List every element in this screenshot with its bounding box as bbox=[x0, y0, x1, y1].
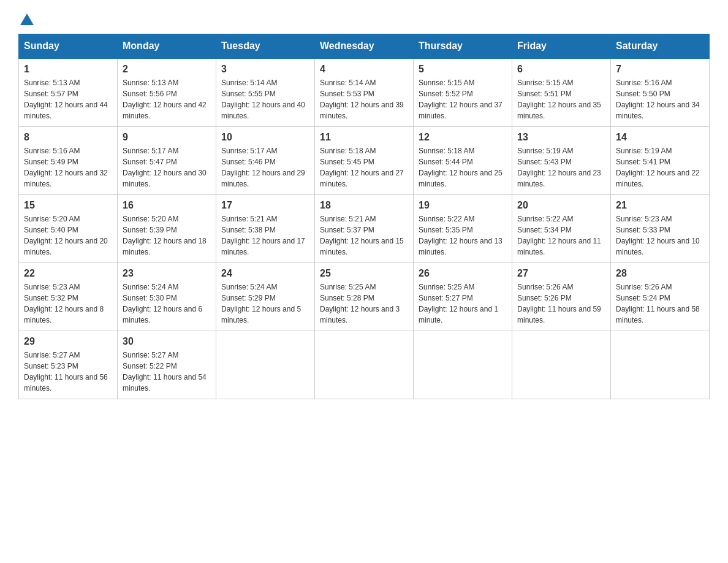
header bbox=[18, 12, 710, 21]
day-number: 25 bbox=[320, 268, 408, 279]
day-info: Sunrise: 5:21 AMSunset: 5:38 PMDaylight:… bbox=[221, 213, 309, 258]
day-info: Sunrise: 5:19 AMSunset: 5:41 PMDaylight:… bbox=[616, 145, 704, 190]
calendar-day-cell bbox=[512, 331, 611, 399]
weekday-header-monday: Monday bbox=[118, 34, 216, 59]
calendar-day-cell: 30Sunrise: 5:27 AMSunset: 5:22 PMDayligh… bbox=[118, 331, 216, 399]
day-info: Sunrise: 5:23 AMSunset: 5:32 PMDaylight:… bbox=[24, 282, 112, 326]
calendar-day-cell: 9Sunrise: 5:17 AMSunset: 5:47 PMDaylight… bbox=[118, 127, 216, 195]
calendar-day-cell: 20Sunrise: 5:22 AMSunset: 5:34 PMDayligh… bbox=[512, 195, 611, 263]
calendar-week-row: 22Sunrise: 5:23 AMSunset: 5:32 PMDayligh… bbox=[19, 263, 710, 331]
calendar-table: SundayMondayTuesdayWednesdayThursdayFrid… bbox=[18, 34, 710, 399]
calendar-day-cell: 29Sunrise: 5:27 AMSunset: 5:23 PMDayligh… bbox=[19, 331, 118, 399]
day-number: 12 bbox=[419, 132, 507, 143]
day-number: 23 bbox=[123, 268, 211, 279]
day-info: Sunrise: 5:14 AMSunset: 5:53 PMDaylight:… bbox=[320, 77, 408, 121]
day-info: Sunrise: 5:17 AMSunset: 5:47 PMDaylight:… bbox=[123, 145, 211, 190]
day-info: Sunrise: 5:27 AMSunset: 5:23 PMDaylight:… bbox=[24, 350, 112, 394]
weekday-header-row: SundayMondayTuesdayWednesdayThursdayFrid… bbox=[19, 34, 710, 59]
calendar-day-cell: 22Sunrise: 5:23 AMSunset: 5:32 PMDayligh… bbox=[19, 263, 118, 331]
calendar-day-cell: 12Sunrise: 5:18 AMSunset: 5:44 PMDayligh… bbox=[414, 127, 512, 195]
day-number: 21 bbox=[616, 200, 704, 211]
weekday-header-wednesday: Wednesday bbox=[315, 34, 414, 59]
day-number: 24 bbox=[221, 268, 309, 279]
calendar-day-cell: 19Sunrise: 5:22 AMSunset: 5:35 PMDayligh… bbox=[414, 195, 512, 263]
day-number: 10 bbox=[221, 132, 309, 143]
calendar-day-cell: 14Sunrise: 5:19 AMSunset: 5:41 PMDayligh… bbox=[611, 127, 710, 195]
day-number: 27 bbox=[517, 268, 605, 279]
day-number: 9 bbox=[123, 132, 211, 143]
day-info: Sunrise: 5:18 AMSunset: 5:45 PMDaylight:… bbox=[320, 145, 408, 190]
calendar-day-cell: 24Sunrise: 5:24 AMSunset: 5:29 PMDayligh… bbox=[216, 263, 315, 331]
day-number: 4 bbox=[320, 64, 408, 75]
logo-triangle-icon bbox=[20, 13, 34, 25]
weekday-header-friday: Friday bbox=[512, 34, 611, 59]
day-number: 26 bbox=[419, 268, 507, 279]
calendar-day-cell: 4Sunrise: 5:14 AMSunset: 5:53 PMDaylight… bbox=[315, 58, 414, 127]
calendar-day-cell: 15Sunrise: 5:20 AMSunset: 5:40 PMDayligh… bbox=[19, 195, 118, 263]
day-info: Sunrise: 5:14 AMSunset: 5:55 PMDaylight:… bbox=[221, 77, 309, 121]
day-info: Sunrise: 5:16 AMSunset: 5:49 PMDaylight:… bbox=[24, 145, 112, 190]
day-number: 14 bbox=[616, 132, 704, 143]
calendar-day-cell: 7Sunrise: 5:16 AMSunset: 5:50 PMDaylight… bbox=[611, 58, 710, 127]
day-number: 5 bbox=[419, 64, 507, 75]
day-number: 28 bbox=[616, 268, 704, 279]
weekday-header-sunday: Sunday bbox=[19, 34, 118, 59]
day-number: 11 bbox=[320, 132, 408, 143]
day-info: Sunrise: 5:22 AMSunset: 5:35 PMDaylight:… bbox=[419, 213, 507, 258]
day-info: Sunrise: 5:25 AMSunset: 5:28 PMDaylight:… bbox=[320, 282, 408, 326]
calendar-day-cell: 18Sunrise: 5:21 AMSunset: 5:37 PMDayligh… bbox=[315, 195, 414, 263]
day-info: Sunrise: 5:18 AMSunset: 5:44 PMDaylight:… bbox=[419, 145, 507, 190]
day-info: Sunrise: 5:25 AMSunset: 5:27 PMDaylight:… bbox=[419, 282, 507, 326]
day-info: Sunrise: 5:15 AMSunset: 5:51 PMDaylight:… bbox=[517, 77, 605, 121]
calendar-day-cell: 13Sunrise: 5:19 AMSunset: 5:43 PMDayligh… bbox=[512, 127, 611, 195]
calendar-week-row: 8Sunrise: 5:16 AMSunset: 5:49 PMDaylight… bbox=[19, 127, 710, 195]
day-number: 6 bbox=[517, 64, 605, 75]
calendar-day-cell: 23Sunrise: 5:24 AMSunset: 5:30 PMDayligh… bbox=[118, 263, 216, 331]
calendar-day-cell: 5Sunrise: 5:15 AMSunset: 5:52 PMDaylight… bbox=[414, 58, 512, 127]
calendar-day-cell: 16Sunrise: 5:20 AMSunset: 5:39 PMDayligh… bbox=[118, 195, 216, 263]
day-number: 20 bbox=[517, 200, 605, 211]
calendar-day-cell: 25Sunrise: 5:25 AMSunset: 5:28 PMDayligh… bbox=[315, 263, 414, 331]
day-info: Sunrise: 5:26 AMSunset: 5:24 PMDaylight:… bbox=[616, 282, 704, 326]
day-info: Sunrise: 5:13 AMSunset: 5:56 PMDaylight:… bbox=[123, 77, 211, 121]
calendar-day-cell: 28Sunrise: 5:26 AMSunset: 5:24 PMDayligh… bbox=[611, 263, 710, 331]
calendar-week-row: 29Sunrise: 5:27 AMSunset: 5:23 PMDayligh… bbox=[19, 331, 710, 399]
day-info: Sunrise: 5:22 AMSunset: 5:34 PMDaylight:… bbox=[517, 213, 605, 258]
calendar-day-cell: 10Sunrise: 5:17 AMSunset: 5:46 PMDayligh… bbox=[216, 127, 315, 195]
calendar-day-cell: 2Sunrise: 5:13 AMSunset: 5:56 PMDaylight… bbox=[118, 58, 216, 127]
calendar-day-cell: 27Sunrise: 5:26 AMSunset: 5:26 PMDayligh… bbox=[512, 263, 611, 331]
calendar-day-cell: 17Sunrise: 5:21 AMSunset: 5:38 PMDayligh… bbox=[216, 195, 315, 263]
day-number: 30 bbox=[123, 336, 211, 347]
day-info: Sunrise: 5:27 AMSunset: 5:22 PMDaylight:… bbox=[123, 350, 211, 394]
day-info: Sunrise: 5:16 AMSunset: 5:50 PMDaylight:… bbox=[616, 77, 704, 121]
calendar-day-cell: 8Sunrise: 5:16 AMSunset: 5:49 PMDaylight… bbox=[19, 127, 118, 195]
day-number: 1 bbox=[24, 64, 112, 75]
calendar-week-row: 15Sunrise: 5:20 AMSunset: 5:40 PMDayligh… bbox=[19, 195, 710, 263]
weekday-header-saturday: Saturday bbox=[611, 34, 710, 59]
day-number: 18 bbox=[320, 200, 408, 211]
calendar-day-cell: 26Sunrise: 5:25 AMSunset: 5:27 PMDayligh… bbox=[414, 263, 512, 331]
day-number: 19 bbox=[419, 200, 507, 211]
calendar-day-cell bbox=[315, 331, 414, 399]
day-info: Sunrise: 5:20 AMSunset: 5:40 PMDaylight:… bbox=[24, 213, 112, 258]
day-info: Sunrise: 5:19 AMSunset: 5:43 PMDaylight:… bbox=[517, 145, 605, 190]
day-info: Sunrise: 5:13 AMSunset: 5:57 PMDaylight:… bbox=[24, 77, 112, 121]
day-number: 7 bbox=[616, 64, 704, 75]
calendar-day-cell: 6Sunrise: 5:15 AMSunset: 5:51 PMDaylight… bbox=[512, 58, 611, 127]
calendar-week-row: 1Sunrise: 5:13 AMSunset: 5:57 PMDaylight… bbox=[19, 58, 710, 127]
day-info: Sunrise: 5:20 AMSunset: 5:39 PMDaylight:… bbox=[123, 213, 211, 258]
day-info: Sunrise: 5:26 AMSunset: 5:26 PMDaylight:… bbox=[517, 282, 605, 326]
day-info: Sunrise: 5:15 AMSunset: 5:52 PMDaylight:… bbox=[419, 77, 507, 121]
day-number: 17 bbox=[221, 200, 309, 211]
day-number: 15 bbox=[24, 200, 112, 211]
calendar-day-cell: 1Sunrise: 5:13 AMSunset: 5:57 PMDaylight… bbox=[19, 58, 118, 127]
calendar-day-cell: 21Sunrise: 5:23 AMSunset: 5:33 PMDayligh… bbox=[611, 195, 710, 263]
day-info: Sunrise: 5:17 AMSunset: 5:46 PMDaylight:… bbox=[221, 145, 309, 190]
calendar-day-cell bbox=[414, 331, 512, 399]
day-info: Sunrise: 5:23 AMSunset: 5:33 PMDaylight:… bbox=[616, 213, 704, 258]
day-number: 22 bbox=[24, 268, 112, 279]
day-number: 13 bbox=[517, 132, 605, 143]
calendar-day-cell bbox=[611, 331, 710, 399]
calendar-day-cell: 11Sunrise: 5:18 AMSunset: 5:45 PMDayligh… bbox=[315, 127, 414, 195]
logo bbox=[18, 12, 34, 21]
